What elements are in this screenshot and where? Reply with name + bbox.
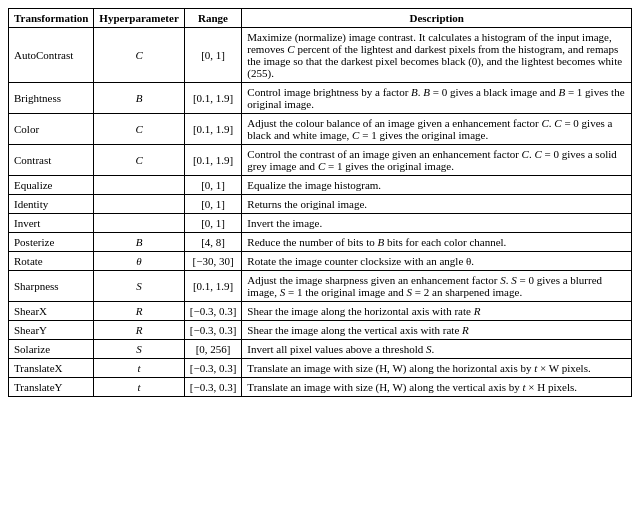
description-cell: Maximize (normalize) image contrast. It … [242, 28, 632, 83]
description-cell: Reduce the number of bits to B bits for … [242, 233, 632, 252]
range-cell: [4, 8] [184, 233, 242, 252]
range-cell: [0, 1] [184, 176, 242, 195]
transformation-cell: TranslateX [9, 359, 94, 378]
description-cell: Invert the image. [242, 214, 632, 233]
table-row: AutoContrastC[0, 1]Maximize (normalize) … [9, 28, 632, 83]
description-cell: Shear the image along the vertical axis … [242, 321, 632, 340]
transformation-cell: Brightness [9, 83, 94, 114]
hyperparameter-cell [94, 214, 184, 233]
table-row: ColorC[0.1, 1.9]Adjust the colour balanc… [9, 114, 632, 145]
description-cell: Equalize the image histogram. [242, 176, 632, 195]
range-cell: [0.1, 1.9] [184, 145, 242, 176]
range-cell: [−0.3, 0.3] [184, 359, 242, 378]
range-cell: [0, 1] [184, 214, 242, 233]
transformation-cell: Solarize [9, 340, 94, 359]
table-row: ShearYR[−0.3, 0.3]Shear the image along … [9, 321, 632, 340]
transformation-cell: ShearX [9, 302, 94, 321]
description-cell: Control the contrast of an image given a… [242, 145, 632, 176]
hyperparameter-cell: R [94, 302, 184, 321]
table-row: Rotateθ[−30, 30]Rotate the image counter… [9, 252, 632, 271]
transformation-cell: Equalize [9, 176, 94, 195]
table-row: ShearXR[−0.3, 0.3]Shear the image along … [9, 302, 632, 321]
range-cell: [0.1, 1.9] [184, 271, 242, 302]
description-cell: Rotate the image counter clocksize with … [242, 252, 632, 271]
transformation-cell: TranslateY [9, 378, 94, 397]
range-cell: [0, 1] [184, 195, 242, 214]
transformation-cell: Posterize [9, 233, 94, 252]
table-row: BrightnessB[0.1, 1.9]Control image brigh… [9, 83, 632, 114]
table-row: TranslateYt[−0.3, 0.3]Translate an image… [9, 378, 632, 397]
hyperparameter-cell: t [94, 378, 184, 397]
hyperparameter-cell: S [94, 271, 184, 302]
hyperparameter-cell: C [94, 114, 184, 145]
transformation-cell: AutoContrast [9, 28, 94, 83]
table-row: Equalize[0, 1]Equalize the image histogr… [9, 176, 632, 195]
table-row: Identity[0, 1]Returns the original image… [9, 195, 632, 214]
transformation-cell: Invert [9, 214, 94, 233]
hyperparameter-cell: B [94, 233, 184, 252]
description-cell: Control image brightness by a factor B. … [242, 83, 632, 114]
range-cell: [−0.3, 0.3] [184, 302, 242, 321]
col-header-transformation: Transformation [9, 9, 94, 28]
range-cell: [−0.3, 0.3] [184, 321, 242, 340]
table-row: SharpnessS[0.1, 1.9]Adjust the image sha… [9, 271, 632, 302]
transformation-cell: ShearY [9, 321, 94, 340]
transformation-cell: Sharpness [9, 271, 94, 302]
transformation-cell: Color [9, 114, 94, 145]
col-header-range: Range [184, 9, 242, 28]
hyperparameter-cell: θ [94, 252, 184, 271]
range-cell: [0.1, 1.9] [184, 114, 242, 145]
hyperparameter-cell: t [94, 359, 184, 378]
description-cell: Translate an image with size (H, W) alon… [242, 378, 632, 397]
col-header-hyperparameter: Hyperparameter [94, 9, 184, 28]
hyperparameter-cell: B [94, 83, 184, 114]
table-row: SolarizeS[0, 256]Invert all pixel values… [9, 340, 632, 359]
hyperparameter-cell: R [94, 321, 184, 340]
transformation-cell: Identity [9, 195, 94, 214]
transformation-cell: Rotate [9, 252, 94, 271]
hyperparameter-cell [94, 176, 184, 195]
range-cell: [0.1, 1.9] [184, 83, 242, 114]
description-cell: Adjust the image sharpness given an enha… [242, 271, 632, 302]
transformation-table: Transformation Hyperparameter Range Desc… [8, 8, 632, 397]
description-cell: Returns the original image. [242, 195, 632, 214]
table-row: ContrastC[0.1, 1.9]Control the contrast … [9, 145, 632, 176]
range-cell: [−0.3, 0.3] [184, 378, 242, 397]
range-cell: [0, 1] [184, 28, 242, 83]
hyperparameter-cell [94, 195, 184, 214]
range-cell: [−30, 30] [184, 252, 242, 271]
hyperparameter-cell: C [94, 28, 184, 83]
col-header-description: Description [242, 9, 632, 28]
table-row: PosterizeB[4, 8]Reduce the number of bit… [9, 233, 632, 252]
table-row: Invert[0, 1]Invert the image. [9, 214, 632, 233]
transformation-cell: Contrast [9, 145, 94, 176]
hyperparameter-cell: C [94, 145, 184, 176]
range-cell: [0, 256] [184, 340, 242, 359]
hyperparameter-cell: S [94, 340, 184, 359]
description-cell: Translate an image with size (H, W) alon… [242, 359, 632, 378]
description-cell: Adjust the colour balance of an image gi… [242, 114, 632, 145]
description-cell: Invert all pixel values above a threshol… [242, 340, 632, 359]
description-cell: Shear the image along the horizontal axi… [242, 302, 632, 321]
table-row: TranslateXt[−0.3, 0.3]Translate an image… [9, 359, 632, 378]
